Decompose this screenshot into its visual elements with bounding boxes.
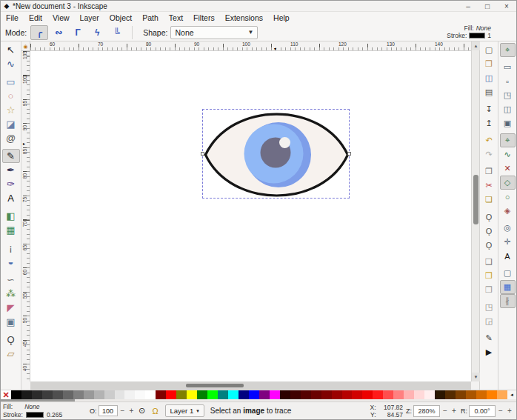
palette-color-swatch[interactable]	[115, 390, 125, 399]
menu-item[interactable]: Filters	[188, 13, 220, 23]
command-button[interactable]: ❐	[481, 164, 497, 179]
tool-button[interactable]: ⁂	[2, 287, 20, 301]
snap-toggle-button[interactable]: ○	[500, 190, 516, 204]
vertical-scrollbar[interactable]: ▲ ▼	[471, 41, 479, 381]
command-button[interactable]: Ǫ	[481, 224, 497, 238]
command-button[interactable]: ▤	[481, 85, 497, 99]
pencil-mode-button[interactable]: ╚	[107, 25, 125, 40]
command-button[interactable]: ▶	[481, 345, 497, 359]
layer-selector[interactable]: Layer 1 ▾	[165, 404, 204, 417]
vertical-scroll-handle[interactable]	[473, 175, 478, 224]
palette-color-swatch[interactable]	[466, 390, 476, 399]
rotation-decrease-button[interactable]: −	[497, 407, 504, 415]
snap-toggle-button[interactable]: ◈	[500, 204, 516, 218]
opacity-decrease-button[interactable]: −	[119, 407, 127, 415]
palette-color-swatch[interactable]	[63, 390, 73, 399]
snap-toggle-button[interactable]: ∦	[500, 294, 516, 308]
snap-toggle-button[interactable]: ▫	[500, 74, 516, 88]
palette-scroll-handle[interactable]	[1, 399, 75, 401]
menu-item[interactable]: Layer	[75, 13, 104, 23]
palette-color-swatch[interactable]	[124, 390, 135, 399]
palette-color-swatch[interactable]	[166, 390, 176, 399]
snap-toggle-button[interactable]: ✕	[500, 161, 516, 176]
scroll-down-arrow[interactable]: ▼	[472, 373, 480, 381]
palette-color-swatch[interactable]	[53, 390, 63, 399]
tool-button[interactable]: ✎	[2, 149, 20, 163]
palette-color-swatch[interactable]	[239, 390, 249, 399]
command-button[interactable]: ▢	[481, 43, 497, 57]
command-button[interactable]: ◲	[481, 314, 497, 328]
command-button[interactable]: ↧	[481, 102, 497, 116]
snap-toggle-button[interactable]: ▦	[500, 280, 516, 294]
tool-button[interactable]: ◒	[2, 255, 20, 269]
palette-scrollbar[interactable]	[1, 399, 516, 401]
tool-button[interactable]: ▦	[2, 223, 20, 237]
tool-button[interactable]: Ǫ	[2, 333, 20, 347]
palette-color-swatch[interactable]	[42, 390, 53, 399]
command-button[interactable]: ❑	[481, 255, 497, 269]
menu-item[interactable]: File	[1, 13, 24, 23]
opacity-increase-button[interactable]: +	[128, 407, 136, 415]
palette-color-swatch[interactable]	[145, 390, 156, 399]
snap-toggle-button[interactable]: ✛	[500, 235, 516, 249]
palette-color-swatch[interactable]	[342, 390, 353, 399]
menu-item[interactable]: Path	[137, 13, 164, 23]
tool-button[interactable]: ✑	[2, 177, 20, 191]
ruler-corner[interactable]: ◉	[21, 41, 30, 51]
tool-button[interactable]: ◪	[2, 117, 20, 131]
palette-color-swatch[interactable]	[104, 390, 115, 399]
layer-visibility-icon[interactable]: ⊙	[136, 406, 149, 416]
snap-toggle-button[interactable]: ∿	[500, 147, 516, 161]
palette-color-swatch[interactable]	[424, 390, 435, 399]
snap-toggle-button[interactable]: ⌖	[500, 43, 516, 57]
snap-toggle-button[interactable]: ⌖	[500, 133, 516, 147]
palette-color-swatch[interactable]	[301, 390, 311, 399]
tool-button[interactable]: ¡	[2, 241, 20, 255]
menu-item[interactable]: View	[47, 13, 75, 23]
palette-color-swatch[interactable]	[156, 390, 166, 399]
palette-color-swatch[interactable]	[218, 390, 228, 399]
command-button[interactable]: ↶	[481, 133, 497, 147]
command-button[interactable]: Ǫ	[481, 238, 497, 252]
palette-color-swatch[interactable]	[249, 390, 259, 399]
palette-color-swatch[interactable]	[393, 390, 404, 399]
tool-button[interactable]: ○	[2, 89, 20, 103]
snap-toggle-button[interactable]: A	[500, 249, 516, 263]
snap-toggle-button[interactable]: ◇	[500, 176, 516, 190]
palette-color-swatch[interactable]	[280, 390, 290, 399]
command-button[interactable]: ✂	[481, 179, 497, 193]
snap-toggle-button[interactable]: ◳	[500, 88, 516, 102]
minimize-button[interactable]: –	[458, 1, 478, 11]
menu-item[interactable]: Object	[104, 13, 137, 23]
palette-color-swatch[interactable]	[207, 390, 218, 399]
menu-item[interactable]: Edit	[24, 13, 47, 23]
palette-color-swatch[interactable]	[21, 390, 32, 399]
palette-color-swatch[interactable]	[197, 390, 207, 399]
palette-color-swatch[interactable]	[321, 390, 332, 399]
palette-color-swatch[interactable]	[414, 390, 424, 399]
palette-color-swatch[interactable]	[228, 390, 239, 399]
palette-color-swatch[interactable]	[497, 390, 507, 399]
palette-color-swatch[interactable]	[187, 390, 197, 399]
palette-color-swatch[interactable]	[270, 390, 280, 399]
tool-button[interactable]: ∿	[2, 57, 20, 71]
opacity-field[interactable]: 100	[99, 405, 118, 416]
tool-button[interactable]: ▭	[2, 75, 20, 89]
palette-color-swatch[interactable]	[373, 390, 383, 399]
eye-drawing[interactable]	[203, 110, 350, 199]
palette-color-swatch[interactable]	[135, 390, 145, 399]
tool-button[interactable]: ▣	[2, 315, 20, 329]
palette-color-swatch[interactable]	[290, 390, 301, 399]
palette-color-swatch[interactable]	[352, 390, 362, 399]
tool-button[interactable]: ◤	[2, 301, 20, 315]
menu-item[interactable]: Text	[164, 13, 188, 23]
pencil-mode-button[interactable]: ╭	[30, 25, 48, 40]
palette-color-swatch[interactable]	[456, 390, 466, 399]
menu-item[interactable]: Extensions	[220, 13, 268, 23]
horizontal-ruler[interactable]: 60708090100110120130140150	[30, 41, 471, 51]
palette-color-swatch[interactable]	[383, 390, 393, 399]
palette-color-swatch[interactable]	[311, 390, 321, 399]
horizontal-scroll-handle[interactable]	[186, 384, 244, 387]
pencil-mode-button[interactable]: ϟ	[88, 25, 106, 40]
vertical-ruler[interactable]: 105100959085807570656055504540	[21, 51, 30, 381]
